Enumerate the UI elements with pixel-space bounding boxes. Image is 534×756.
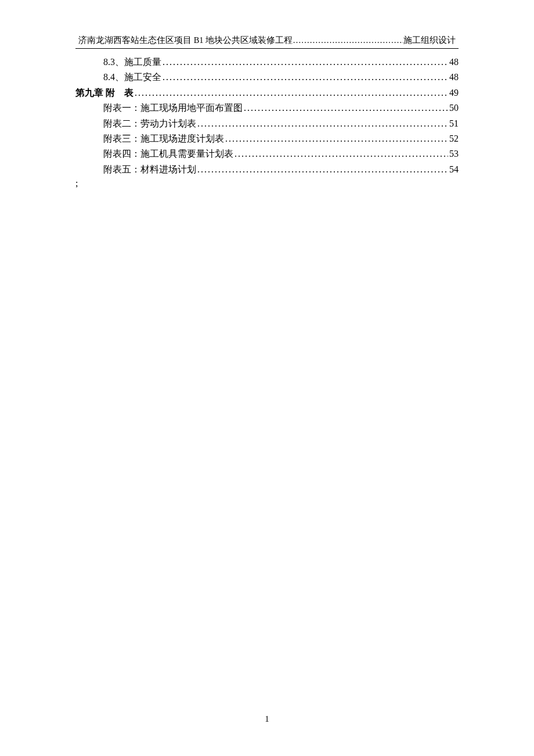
toc-leader-dots: ........................................… bbox=[163, 70, 448, 85]
header-rule bbox=[75, 48, 459, 49]
toc-entry-label: 8.3、施工质量 bbox=[103, 55, 161, 70]
toc-entry-page: 48 bbox=[449, 55, 459, 70]
toc-leader-dots: ........................................… bbox=[197, 162, 448, 177]
toc-entry: 第九章 附 表.................................… bbox=[75, 85, 459, 100]
header-project-name: 济南龙湖西客站生态住区项目 B1 地块公共区域装修工程 bbox=[78, 35, 293, 46]
toc-entry: 附表四：施工机具需要量计划表..........................… bbox=[75, 146, 459, 161]
toc-leader-dots: ........................................… bbox=[225, 131, 448, 146]
toc-entry: 附表一：施工现场用地平面布置图.........................… bbox=[75, 100, 459, 116]
page-number: 1 bbox=[0, 714, 534, 724]
toc-entry: 附表二：劳动力计划表..............................… bbox=[75, 116, 459, 131]
toc-entry-page: 51 bbox=[449, 116, 459, 131]
toc-leader-dots: ........................................… bbox=[234, 146, 448, 161]
header-separator-dots: …………………………………… bbox=[293, 35, 403, 45]
toc-entry-label: 附表四：施工机具需要量计划表 bbox=[103, 146, 233, 161]
page-header: 济南龙湖西客站生态住区项目 B1 地块公共区域装修工程 ………………………………… bbox=[46, 35, 488, 46]
toc-entry-label: 附表五：材料进场计划 bbox=[103, 162, 196, 177]
toc-entry-label: 8.4、施工安全 bbox=[103, 70, 161, 85]
document-page: 济南龙湖西客站生态住区项目 B1 地块公共区域装修工程 ………………………………… bbox=[0, 0, 534, 212]
toc-entry-label: 第九章 附 表 bbox=[75, 85, 134, 100]
toc-entry: 附表三：施工现场进度计划表...........................… bbox=[75, 131, 459, 146]
toc-entry-page: 49 bbox=[449, 85, 459, 100]
toc-leader-dots: ........................................… bbox=[244, 100, 448, 116]
toc-entry-page: 54 bbox=[449, 162, 459, 177]
stray-semicolon: ; bbox=[46, 178, 488, 189]
header-doc-type: 施工组织设计 bbox=[403, 35, 456, 46]
toc-leader-dots: ........................................… bbox=[135, 85, 448, 100]
toc-entry-page: 53 bbox=[449, 146, 459, 161]
toc-entry: 附表五：材料进场计划..............................… bbox=[75, 162, 459, 177]
toc-leader-dots: ........................................… bbox=[163, 55, 448, 70]
toc-entry: 8.4、施工安全................................… bbox=[75, 70, 459, 85]
toc-entry-page: 48 bbox=[449, 70, 459, 85]
toc-leader-dots: ........................................… bbox=[197, 116, 448, 131]
toc-entry-label: 附表一：施工现场用地平面布置图 bbox=[103, 100, 243, 116]
toc-entry-page: 50 bbox=[449, 100, 459, 116]
toc-entry-label: 附表二：劳动力计划表 bbox=[103, 116, 196, 131]
toc-entry-page: 52 bbox=[449, 131, 459, 146]
toc-entry-label: 附表三：施工现场进度计划表 bbox=[103, 131, 224, 146]
toc-entry: 8.3、施工质量................................… bbox=[75, 55, 459, 70]
table-of-contents: 8.3、施工质量................................… bbox=[46, 55, 488, 177]
